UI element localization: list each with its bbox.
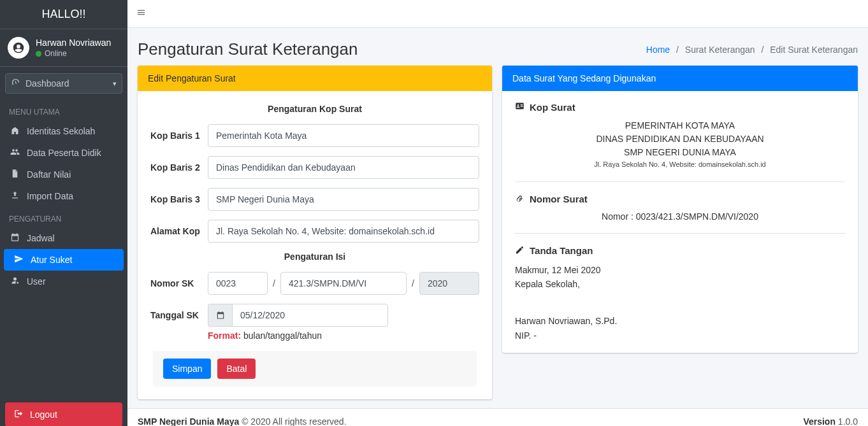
input-nomor-sk-year [419, 272, 479, 295]
sidebar-item-daftar-nilai[interactable]: Daftar Nilai [0, 164, 127, 185]
sidebar-item-label: User [27, 276, 46, 287]
sidebar-item-identitas-sekolah[interactable]: Identitas Sekolah [0, 120, 127, 142]
input-alamat[interactable] [208, 220, 479, 243]
sidebar: HALLO!! Harwan Novriawan Online Dashboar… [0, 0, 127, 426]
breadcrumb-home[interactable]: Home [646, 45, 670, 55]
nomor-surat-label: Nomor Surat [530, 194, 588, 204]
edit-surat-card-header: Edit Pengaturan Surat [138, 66, 492, 91]
slash-sep: / [412, 278, 414, 288]
sidebar-item-jadwal[interactable]: Jadwal [0, 227, 127, 249]
kop-line-1: PEMERINTAH KOTA MAYA [515, 119, 845, 132]
input-kop2[interactable] [208, 156, 479, 179]
building-icon [9, 125, 20, 137]
breadcrumb-current: Edit Surat Keterangan [770, 45, 858, 55]
sig-nip: NIP. - [515, 329, 845, 343]
paper-plane-icon [13, 254, 24, 266]
label-alamat: Alamat Kop [150, 226, 208, 236]
edit-surat-card: Edit Pengaturan Surat Pengaturan Kop Sur… [138, 66, 492, 399]
user-name: Harwan Novriawan [36, 38, 111, 48]
section-isi-title: Pengaturan Isi [150, 252, 479, 262]
breadcrumb-sep: / [676, 45, 679, 55]
logout-button[interactable]: Logout [5, 402, 122, 426]
divider [515, 233, 845, 234]
pen-icon [515, 245, 524, 257]
input-tanggal-sk[interactable] [232, 304, 388, 327]
brand-title: HALLO!! [0, 0, 127, 29]
sidebar-item-label: Import Data [27, 191, 73, 201]
page-title: Pengaturan Surat Keterangan [138, 39, 358, 59]
avatar [8, 37, 29, 59]
preview-card-header: Data Surat Yang Sedang Digunakan [502, 66, 858, 91]
sidebar-dashboard-label: Dashboard [25, 78, 69, 89]
footer-rights: All rights reserved. [273, 416, 347, 426]
nav-header-menu-utama: MENU UTAMA [0, 100, 127, 120]
footer-school: SMP Negeri Dunia Maya [138, 416, 239, 426]
label-tanggal-sk: Tanggal SK [150, 310, 208, 320]
label-kop3: Kop Baris 3 [150, 194, 208, 204]
sidebar-item-label: Data Peserta Didik [27, 148, 101, 158]
file-icon [9, 169, 20, 180]
footer-copy: © 2020 [239, 416, 272, 426]
slash-sep: / [273, 278, 275, 288]
footer: SMP Negeri Dunia Maya © 2020 All rights … [127, 408, 868, 426]
user-circle-icon [12, 41, 25, 54]
footer-version-label: Version [803, 416, 835, 426]
label-kop1: Kop Baris 1 [150, 131, 208, 141]
online-dot-icon [36, 51, 41, 57]
sig-place-date: Makmur, 12 Mei 2020 [515, 263, 845, 277]
help-format-label: Format: [208, 330, 241, 341]
upload-icon [9, 190, 20, 202]
kop-line-3: SMP NEGERI DUNIA MAYA [515, 146, 845, 159]
sidebar-item-user[interactable]: User [0, 271, 127, 292]
main-area: Pengaturan Surat Keterangan Home / Surat… [127, 0, 868, 426]
save-button[interactable]: Simpan [163, 359, 211, 379]
sidebar-item-data-peserta-didik[interactable]: Data Peserta Didik [0, 142, 127, 164]
calendar-addon-icon[interactable] [208, 304, 232, 327]
divider [515, 181, 845, 182]
sign-out-icon [14, 409, 24, 420]
kop-line-2: DINAS PENDIDIKAN DAN KEBUDAYAAN [515, 132, 845, 146]
user-cog-icon [9, 276, 20, 287]
sidebar-item-import-data[interactable]: Import Data [0, 185, 127, 207]
tanda-tangan-label: Tanda Tangan [530, 245, 593, 256]
label-nomor-sk: Nomor SK [150, 278, 208, 288]
cancel-button[interactable]: Batal [217, 359, 256, 379]
sidebar-item-atur-suket[interactable]: Atur Suket [4, 249, 124, 271]
sidebar-dashboard-toggle[interactable]: Dashboard ▾ [5, 73, 122, 94]
kop-surat-label: Kop Surat [530, 102, 575, 113]
input-nomor-sk-2[interactable] [280, 272, 407, 295]
breadcrumb-sep: / [761, 45, 763, 55]
breadcrumb: Home / Surat Keterangan / Edit Surat Ket… [646, 45, 858, 55]
sig-nama: Harwan Novriawan, S.Pd. [515, 314, 845, 328]
input-kop1[interactable] [208, 124, 479, 147]
nomor-surat-value: Nomor : 0023/421.3/SMPN.DM/VI/2020 [515, 211, 845, 222]
tanggal-help: Format: bulan/tanggal/tahun [208, 330, 479, 341]
breadcrumb-mid: Surat Keterangan [685, 45, 755, 55]
logout-label: Logout [30, 409, 57, 420]
users-icon [9, 147, 20, 159]
kop-address: Jl. Raya Sekolah No. 4, Website: domains… [515, 159, 845, 170]
user-status: Online [45, 49, 67, 58]
input-nomor-sk-1[interactable] [208, 272, 268, 295]
paperclip-icon [515, 194, 524, 205]
help-format-text: bulan/tanggal/tahun [241, 330, 322, 341]
sidebar-item-label: Identitas Sekolah [27, 126, 95, 136]
topbar [127, 0, 868, 28]
sig-jabatan: Kepala Sekolah, [515, 277, 845, 291]
sidebar-item-label: Atur Suket [31, 255, 72, 265]
calendar-icon [9, 232, 20, 244]
user-panel: Harwan Novriawan Online [0, 29, 127, 67]
chevron-down-icon: ▾ [113, 80, 117, 88]
footer-version: 1.0.0 [835, 416, 858, 426]
preview-surat-card: Data Surat Yang Sedang Digunakan Kop Sur… [502, 66, 858, 353]
sidebar-item-label: Jadwal [27, 233, 55, 243]
sidebar-item-label: Daftar Nilai [27, 169, 71, 180]
hamburger-icon[interactable] [136, 8, 146, 20]
section-kop-title: Pengaturan Kop Surat [150, 104, 479, 114]
label-kop2: Kop Baris 2 [150, 162, 208, 173]
input-kop3[interactable] [208, 188, 479, 211]
nav-header-pengaturan: PENGATURAN [0, 207, 127, 227]
id-card-icon [515, 101, 524, 113]
tachometer-icon [11, 78, 20, 89]
